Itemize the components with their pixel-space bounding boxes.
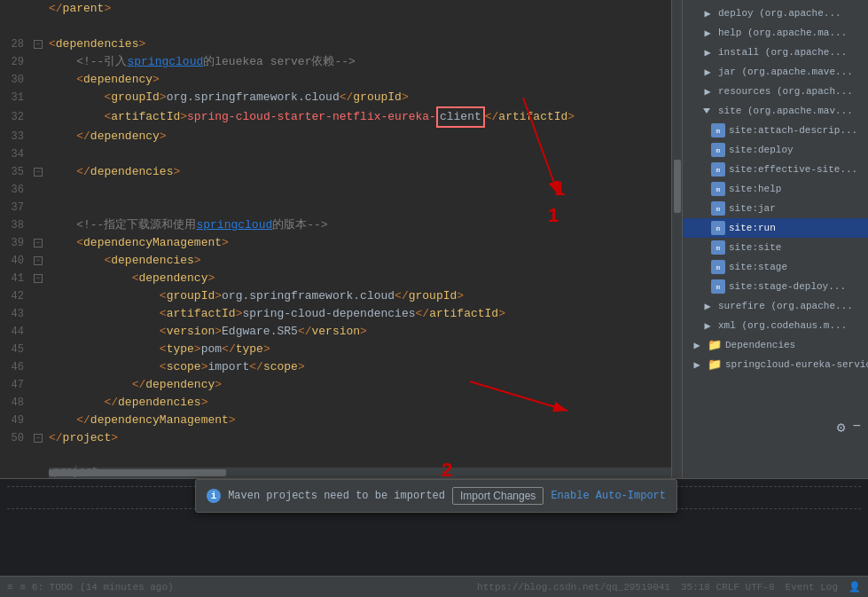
fold-icon[interactable]: − xyxy=(34,239,43,247)
fold-icon[interactable]: − xyxy=(34,274,43,283)
maven-icon: m xyxy=(711,123,725,137)
fold-icon[interactable]: − xyxy=(34,40,43,49)
maven-icon: m xyxy=(711,221,725,235)
sidebar-item-label: Dependencies xyxy=(725,340,795,350)
fold-icon[interactable]: − xyxy=(34,168,43,177)
sidebar-item-dependencies[interactable]: ▶ 📁 Dependencies xyxy=(683,335,868,355)
status-time: (14 minutes ago) xyxy=(80,582,174,593)
sidebar-item-label: xml (org.codehaus.m... xyxy=(718,320,847,331)
table-row: 31 <groupId>org.springframework.cloud</g… xyxy=(0,89,671,106)
sidebar-item-label: site:run xyxy=(729,223,776,233)
line-content: </dependencyManagement> xyxy=(45,412,671,429)
sidebar-item-label: deploy (org.apache... xyxy=(718,8,841,19)
line-gutter[interactable]: − xyxy=(31,274,45,283)
sidebar-item-springcloud-service[interactable]: ▶ 📁 springcloud-eureka-service... xyxy=(683,355,868,374)
line-number: 48 xyxy=(0,394,31,412)
line-number: 45 xyxy=(0,341,31,358)
arrow-right-icon: ▶ xyxy=(700,299,715,313)
enable-auto-import-link[interactable]: Enable Auto-Import xyxy=(551,490,666,502)
sidebar-item-site-deploy[interactable]: m site:deploy xyxy=(683,140,868,160)
main-container: </parent> 28 − <dependencies> xyxy=(0,0,868,597)
sidebar-item-resources[interactable]: ▶ resources (org.apach... xyxy=(683,82,868,101)
sidebar-item-site-stage-deploy[interactable]: m site:stage-deploy... xyxy=(683,277,868,296)
line-content: <dependencies> xyxy=(45,35,671,53)
minus-icon[interactable]: − xyxy=(852,419,861,436)
sidebar-item-site-help[interactable]: m site:help xyxy=(683,179,868,199)
table-row: 45 <type>pom</type> xyxy=(0,341,671,358)
project-label: project xyxy=(53,465,98,477)
line-gutter[interactable]: − xyxy=(31,40,45,49)
status-bar: ≡ ≡ 6: TODO (14 minutes ago) https://blo… xyxy=(0,576,868,597)
line-gutter[interactable]: − xyxy=(31,256,45,265)
line-content: <dependencyManagement> xyxy=(45,234,671,252)
fold-icon[interactable]: − xyxy=(34,256,43,265)
line-gutter[interactable]: − xyxy=(31,434,45,443)
maven-icon: m xyxy=(711,260,725,274)
import-popup: i Maven projects need to be imported Imp… xyxy=(195,479,677,513)
table-row: 48 </dependencies> xyxy=(0,394,671,412)
sidebar-item-label: site:effective-site... xyxy=(729,164,857,175)
todo-label: ≡ 6: TODO xyxy=(20,582,73,593)
sidebar-item-label: site:attach-descrip... xyxy=(729,125,857,136)
sidebar-item-install[interactable]: ▶ install (org.apache... xyxy=(683,43,868,62)
table-row: 28 − <dependencies> xyxy=(0,35,671,53)
sidebar-item-surefire[interactable]: ▶ surefire (org.apache... xyxy=(683,296,868,316)
sidebar-item-site-folder[interactable]: site (org.apache.mav... xyxy=(683,101,868,121)
line-gutter[interactable]: − xyxy=(31,239,45,247)
table-row: 50 − </project> xyxy=(0,429,671,447)
line-number: 50 xyxy=(0,429,31,447)
settings-icon[interactable]: ⚙ xyxy=(837,419,846,436)
sidebar-item-site-stage[interactable]: m site:stage xyxy=(683,257,868,277)
line-content: <dependencies> xyxy=(45,252,671,270)
line-content: <artifactId>spring-cloud-starter-netflix… xyxy=(45,106,671,128)
folder-icon: 📁 xyxy=(708,338,722,352)
maven-icon: m xyxy=(711,143,725,157)
sidebar-item-site-site[interactable]: m site:site xyxy=(683,238,868,257)
table-row: 46 <scope>import</scope> xyxy=(0,358,671,376)
status-left: ≡ ≡ 6: TODO (14 minutes ago) xyxy=(7,582,174,593)
sidebar-item-label: site:site xyxy=(729,242,781,253)
url-status: https://blog.csdn.net/qq_29519041 xyxy=(477,582,670,593)
code-editor[interactable]: </parent> 28 − <dependencies> xyxy=(0,0,671,478)
maven-icon: m xyxy=(711,240,725,255)
line-number: 42 xyxy=(0,287,31,305)
table-row: 49 </dependencyManagement> xyxy=(0,412,671,429)
line-content: <groupId>org.springframework.cloud</grou… xyxy=(45,89,671,106)
maven-goal-icon: ▶ xyxy=(700,84,715,98)
todo-icon: ≡ xyxy=(7,582,13,593)
horizontal-scrollbar[interactable] xyxy=(49,467,671,478)
maven-goal-icon: ▶ xyxy=(700,45,715,59)
line-number: 38 xyxy=(0,216,31,234)
sidebar-item-label: site:jar xyxy=(729,203,776,214)
sidebar-item-site-attach[interactable]: m site:attach-descrip... xyxy=(683,121,868,140)
import-changes-button[interactable]: Import Changes xyxy=(452,487,543,505)
line-content: <!--引入springcloud的leuekea server依赖--> xyxy=(45,53,671,71)
line-number: 28 xyxy=(0,35,31,53)
line-content: <version>Edgware.SR5</version> xyxy=(45,323,671,341)
line-content: </project> xyxy=(45,429,671,447)
line-number: 43 xyxy=(0,305,31,323)
sidebar-item-site-run[interactable]: m site:run xyxy=(683,218,868,238)
line-number: 39 xyxy=(0,234,31,252)
line-number: 44 xyxy=(0,323,31,341)
sidebar-item-deploy[interactable]: ▶ deploy (org.apache... xyxy=(683,4,868,23)
sidebar-item-label: site:stage-deploy... xyxy=(729,281,846,292)
line-content: <type>pom</type> xyxy=(45,341,671,358)
line-gutter[interactable]: − xyxy=(31,168,45,177)
sidebar-item-site-jar[interactable]: m site:jar xyxy=(683,199,868,218)
table-row: 32 <artifactId>spring-cloud-starter-netf… xyxy=(0,106,671,128)
vertical-scrollbar[interactable] xyxy=(671,0,682,478)
sidebar-item-xml[interactable]: ▶ xml (org.codehaus.m... xyxy=(683,316,868,335)
sidebar-item-site-effective[interactable]: m site:effective-site... xyxy=(683,160,868,179)
line-content: <!--指定下载源和使用springcloud的版本--> xyxy=(45,216,671,234)
code-lines: </parent> 28 − <dependencies> xyxy=(0,0,671,447)
table-row: 37 xyxy=(0,199,671,216)
maven-icon: m xyxy=(711,182,725,196)
line-content: </parent> xyxy=(45,0,671,18)
sidebar-item-jar[interactable]: ▶ jar (org.apache.mave... xyxy=(683,62,868,82)
maven-icon: m xyxy=(711,201,725,216)
fold-icon[interactable]: − xyxy=(34,434,43,443)
sidebar-item-help[interactable]: ▶ help (org.apache.ma... xyxy=(683,23,868,43)
scrollbar-thumb[interactable] xyxy=(674,160,681,213)
event-log-link[interactable]: Event Log xyxy=(786,582,838,593)
